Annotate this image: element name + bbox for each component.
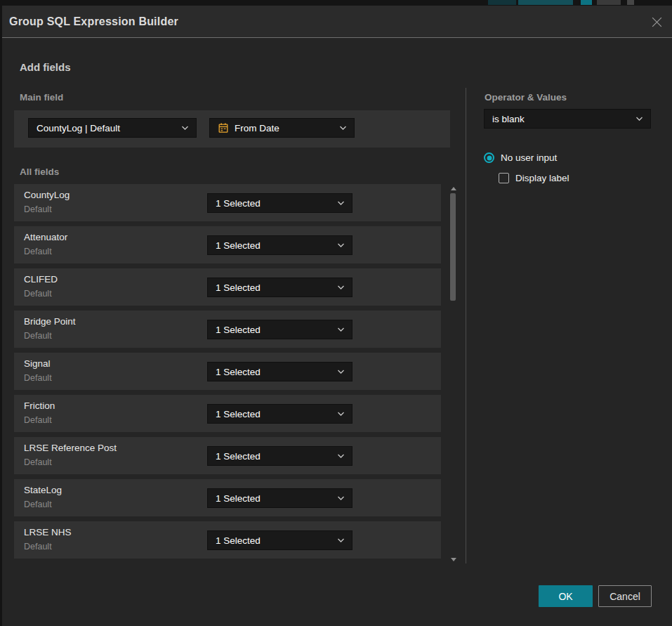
display-label-text: Display label <box>515 173 569 183</box>
background-app-fragment <box>518 0 573 5</box>
field-values-dropdown[interactable]: 1 Selected <box>207 488 353 508</box>
field-sublabel: Default <box>24 457 52 467</box>
field-name: LRSE NHS <box>24 527 72 537</box>
close-icon <box>651 16 663 28</box>
dropdown-value: 1 Selected <box>208 198 261 209</box>
dropdown-value: 1 Selected <box>208 325 261 335</box>
field-row: Bridge Point Default 1 Selected <box>14 311 441 348</box>
ok-button[interactable]: OK <box>539 585 593 607</box>
field-name: StateLog <box>24 485 62 495</box>
main-field-layer-dropdown[interactable]: CountyLog | Default <box>28 118 197 138</box>
background-app-fragment <box>597 0 621 5</box>
field-values-dropdown[interactable]: 1 Selected <box>207 235 353 255</box>
main-field-panel: CountyLog | Default From Date <box>14 110 450 148</box>
dropdown-value: From Date <box>235 123 279 133</box>
dropdown-value: 1 Selected <box>208 240 261 251</box>
dropdown-value: 1 Selected <box>208 367 261 377</box>
dialog-titlebar: Group SQL Expression Builder <box>2 6 672 38</box>
chevron-down-icon <box>337 538 345 543</box>
main-field-label: Main field <box>20 92 63 103</box>
field-row: LRSE Reference Post Default 1 Selected <box>14 437 441 474</box>
field-sublabel: Default <box>24 289 52 299</box>
radio-icon <box>484 152 494 163</box>
field-sublabel: Default <box>24 415 52 425</box>
operator-values-heading: Operator & Values <box>485 92 567 103</box>
chevron-down-icon <box>635 117 643 122</box>
dropdown-value: is blank <box>485 114 525 124</box>
dropdown-value: 1 Selected <box>208 409 261 419</box>
field-sublabel: Default <box>24 542 52 552</box>
field-sublabel: Default <box>24 373 52 383</box>
close-button[interactable] <box>650 15 663 28</box>
chevron-down-icon <box>337 496 345 501</box>
dropdown-value: 1 Selected <box>208 535 261 546</box>
field-values-dropdown[interactable]: 1 Selected <box>207 278 353 297</box>
field-name: Friction <box>24 400 55 411</box>
background-app-fragment <box>627 0 634 5</box>
field-sublabel: Default <box>24 247 52 256</box>
all-fields-label: All fields <box>20 167 59 177</box>
field-row: Attenuator Default 1 Selected <box>14 226 441 263</box>
field-name: Attenuator <box>24 232 67 242</box>
field-row: StateLog Default 1 Selected <box>14 479 441 516</box>
chevron-down-icon <box>337 454 345 459</box>
field-values-dropdown[interactable]: 1 Selected <box>207 362 353 382</box>
field-values-dropdown[interactable]: 1 Selected <box>207 193 353 213</box>
field-sublabel: Default <box>24 204 52 214</box>
chevron-down-icon <box>337 243 345 248</box>
field-row: CLIFED Default 1 Selected <box>14 268 441 306</box>
field-values-dropdown[interactable]: 1 Selected <box>207 530 353 550</box>
field-values-dropdown[interactable]: 1 Selected <box>207 446 353 466</box>
dropdown-value: 1 Selected <box>208 282 261 293</box>
field-row: LRSE NHS Default 1 Selected <box>14 521 441 559</box>
field-row: Friction Default 1 Selected <box>14 395 441 432</box>
field-row: Signal Default 1 Selected <box>14 353 441 390</box>
chevron-down-icon <box>339 126 347 131</box>
background-app-fragment <box>581 0 592 5</box>
chevron-down-icon <box>337 370 345 374</box>
field-name: CLIFED <box>24 274 58 285</box>
chevron-down-icon <box>337 412 345 417</box>
no-user-input-radio[interactable]: No user input <box>484 152 557 163</box>
dropdown-value: CountyLog | Default <box>29 123 120 133</box>
panel-divider <box>466 88 466 563</box>
group-sql-expression-builder-dialog: Group SQL Expression Builder Add fields … <box>2 6 672 626</box>
field-sublabel: Default <box>24 331 52 341</box>
add-fields-heading: Add fields <box>20 61 71 73</box>
field-values-dropdown[interactable]: 1 Selected <box>207 320 353 339</box>
chevron-down-icon <box>337 285 345 290</box>
field-values-dropdown[interactable]: 1 Selected <box>207 404 353 424</box>
no-user-input-label: No user input <box>501 152 557 163</box>
dropdown-value: 1 Selected <box>208 493 261 504</box>
calendar-icon <box>218 122 229 133</box>
chevron-down-icon <box>181 126 189 131</box>
checkbox-icon <box>499 173 509 183</box>
operator-dropdown[interactable]: is blank <box>484 109 651 129</box>
chevron-down-icon <box>337 327 345 332</box>
field-name: LRSE Reference Post <box>24 443 117 453</box>
scrollbar-thumb[interactable] <box>450 193 456 301</box>
dropdown-value: 1 Selected <box>208 451 261 462</box>
cancel-button[interactable]: Cancel <box>598 585 652 607</box>
display-label-checkbox[interactable]: Display label <box>499 173 569 183</box>
field-row: CountyLog Default 1 Selected <box>14 184 441 221</box>
field-name: Signal <box>24 358 51 369</box>
main-field-field-dropdown[interactable]: From Date <box>209 118 355 138</box>
dialog-title: Group SQL Expression Builder <box>9 6 178 38</box>
background-app-fragment <box>488 0 516 5</box>
field-name: Bridge Point <box>24 316 76 327</box>
scrollbar-up-arrow[interactable] <box>451 187 456 190</box>
field-sublabel: Default <box>24 500 52 509</box>
scrollbar-down-arrow[interactable] <box>451 558 456 561</box>
chevron-down-icon <box>337 201 345 206</box>
field-name: CountyLog <box>24 190 70 200</box>
